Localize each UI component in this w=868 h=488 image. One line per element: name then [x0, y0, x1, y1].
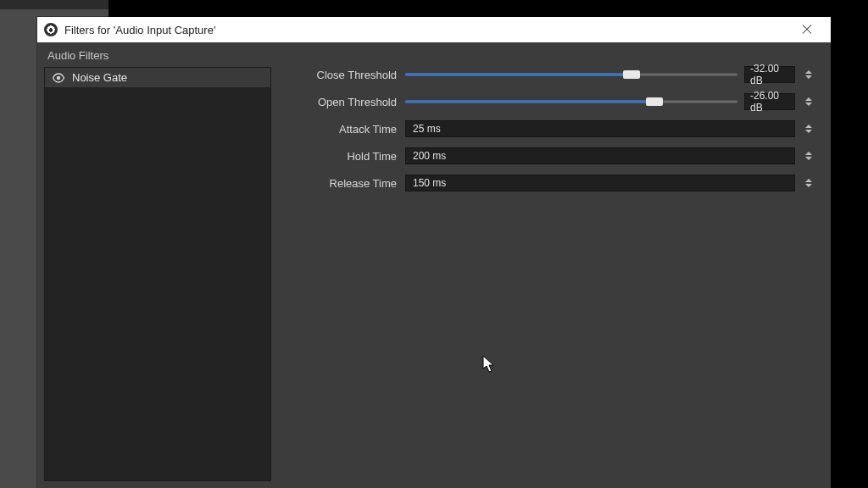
sidebar: Audio Filters Noise Gate: [37, 42, 278, 488]
chevron-up-icon: [805, 125, 812, 128]
chevron-up-icon: [805, 70, 812, 74]
row-hold-time: Hold Time 200 ms: [278, 146, 815, 166]
settings-panel: Close Threshold -32.00 dB Open Threshold: [278, 42, 831, 488]
dialog-title: Filters for 'Audio Input Capture': [64, 24, 783, 36]
input-hold-time[interactable]: 200 ms: [405, 147, 795, 164]
visibility-icon[interactable]: [52, 73, 65, 83]
sidebar-header: Audio Filters: [44, 47, 271, 67]
row-open-threshold: Open Threshold -26.00 dB: [278, 92, 815, 112]
label-close-threshold: Close Threshold: [278, 69, 398, 81]
value-close-threshold[interactable]: -32.00 dB: [744, 66, 795, 83]
chevron-up-icon: [805, 179, 812, 182]
background-panel-top: [0, 0, 108, 9]
spinner-attack-time[interactable]: [802, 120, 815, 137]
obs-icon: [44, 23, 58, 36]
label-hold-time: Hold Time: [278, 150, 398, 163]
dialog-body: Audio Filters Noise Gate Close Threshold: [37, 42, 831, 488]
spinner-release-time[interactable]: [802, 175, 815, 191]
label-release-time: Release Time: [278, 177, 398, 190]
slider-thumb[interactable]: [646, 97, 663, 106]
label-attack-time: Attack Time: [278, 123, 398, 136]
input-release-time[interactable]: 150 ms: [405, 175, 795, 191]
value-open-threshold[interactable]: -26.00 dB: [744, 93, 795, 110]
spinner-hold-time[interactable]: [802, 147, 815, 164]
chevron-down-icon: [805, 75, 812, 79]
slider-fill: [405, 101, 654, 103]
row-attack-time: Attack Time 25 ms: [278, 119, 815, 139]
chevron-down-icon: [805, 184, 812, 187]
spinner-close-threshold[interactable]: [802, 66, 815, 83]
slider-open-threshold[interactable]: [405, 93, 737, 110]
svg-point-0: [57, 75, 60, 79]
spinner-open-threshold[interactable]: [802, 93, 815, 110]
slider-thumb[interactable]: [623, 70, 640, 79]
chevron-up-icon: [805, 97, 812, 101]
chevron-up-icon: [805, 152, 812, 155]
slider-fill: [405, 74, 632, 76]
filters-dialog: Filters for 'Audio Input Capture' Audio …: [37, 17, 831, 488]
input-attack-time[interactable]: 25 ms: [405, 120, 795, 137]
titlebar[interactable]: Filters for 'Audio Input Capture': [37, 17, 831, 42]
row-close-threshold: Close Threshold -32.00 dB: [278, 64, 815, 85]
chevron-down-icon: [805, 157, 812, 160]
chevron-down-icon: [805, 103, 812, 106]
row-release-time: Release Time 150 ms: [278, 173, 815, 193]
close-icon: [801, 24, 813, 36]
label-open-threshold: Open Threshold: [278, 96, 398, 108]
filter-list[interactable]: Noise Gate: [44, 67, 271, 481]
filter-item-noise-gate[interactable]: Noise Gate: [45, 68, 270, 87]
chevron-down-icon: [805, 130, 812, 133]
filter-item-label: Noise Gate: [72, 71, 127, 84]
close-button[interactable]: [790, 18, 824, 42]
slider-close-threshold[interactable]: [405, 66, 737, 83]
